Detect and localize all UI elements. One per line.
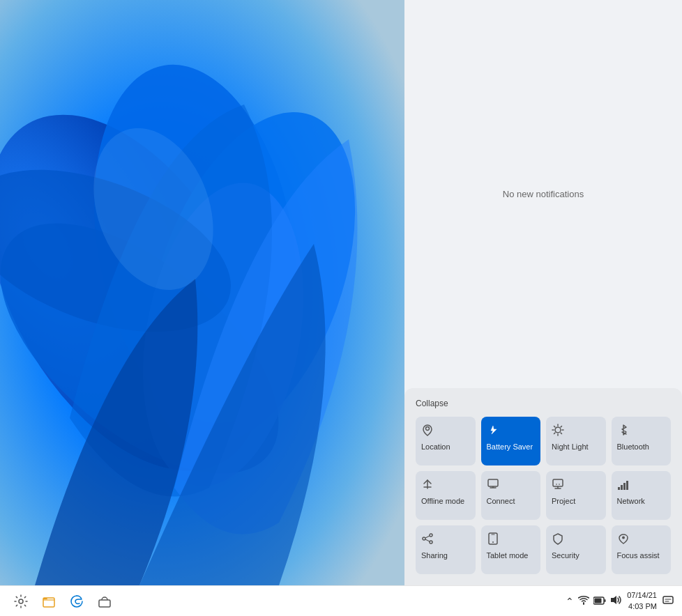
collapse-button[interactable]: Collapse: [416, 399, 448, 408]
svg-line-14: [554, 426, 556, 428]
tile-location[interactable]: Location: [416, 417, 476, 465]
svg-rect-27: [623, 483, 626, 490]
svg-rect-21: [553, 479, 563, 486]
svg-rect-43: [595, 598, 602, 603]
volume-icon[interactable]: [610, 595, 621, 607]
tile-night-light-label: Night Light: [552, 442, 589, 452]
tile-battery-saver-icon: [487, 424, 499, 438]
svg-point-9: [555, 427, 561, 433]
quick-settings-panel: Collapse LocationBattery SaverNight Ligh…: [404, 388, 682, 585]
wifi-icon[interactable]: [578, 595, 589, 607]
taskbar-icons: [8, 589, 117, 614]
battery-icon[interactable]: [593, 596, 606, 607]
tile-battery-saver[interactable]: Battery Saver: [481, 417, 541, 465]
svg-point-8: [426, 427, 430, 431]
tile-offline-mode[interactable]: Offline mode: [416, 471, 476, 520]
tile-connect-label: Connect: [487, 497, 515, 506]
tile-bluetooth[interactable]: Bluetooth: [612, 417, 672, 465]
tile-bluetooth-icon: [617, 424, 630, 438]
tile-focus-assist[interactable]: Focus assist: [612, 525, 672, 574]
tile-project-icon: [552, 478, 564, 493]
tile-focus-assist-icon: [617, 532, 630, 547]
no-notifications-text: No new notifications: [503, 189, 584, 199]
tile-location-label: Location: [421, 442, 450, 452]
taskbar-store-icon[interactable]: [92, 589, 117, 614]
tile-night-light-icon: [552, 424, 564, 438]
tile-sharing-icon: [421, 532, 434, 547]
svg-line-15: [561, 433, 562, 434]
tray-chevron-icon[interactable]: ⌃: [566, 596, 574, 607]
tile-network[interactable]: Network: [612, 471, 672, 520]
svg-rect-26: [621, 485, 623, 490]
tile-security-icon: [552, 532, 564, 547]
svg-point-35: [492, 541, 494, 543]
tile-security[interactable]: Security: [546, 525, 606, 574]
svg-marker-44: [611, 596, 616, 604]
tile-tablet-mode-label: Tablet mode: [487, 551, 529, 560]
quick-tiles-grid: LocationBattery SaverNight LightBluetoot…: [416, 417, 671, 574]
tile-project-label: Project: [552, 497, 575, 506]
taskbar-right: ⌃: [566, 590, 674, 612]
notification-area: No new notifications: [404, 0, 682, 388]
tile-battery-saver-label: Battery Saver: [487, 442, 533, 452]
tile-bluetooth-label: Bluetooth: [617, 442, 649, 452]
clock-date: 07/14/21: [627, 590, 657, 601]
tile-tablet-mode[interactable]: Tablet mode: [481, 525, 541, 574]
svg-rect-42: [605, 599, 606, 602]
tile-offline-mode-icon: [421, 478, 434, 493]
tile-connect-icon: [487, 478, 499, 493]
svg-line-33: [425, 539, 430, 541]
svg-line-32: [425, 536, 430, 538]
tile-location-icon: [421, 424, 434, 438]
tile-sharing-label: Sharing: [421, 551, 448, 560]
tile-tablet-mode-icon: [487, 532, 499, 547]
svg-point-37: [622, 537, 625, 539]
svg-rect-28: [626, 481, 628, 490]
tile-project[interactable]: Project: [546, 471, 606, 520]
taskbar-edge-icon[interactable]: [64, 589, 89, 614]
tile-network-label: Network: [617, 497, 645, 506]
svg-rect-40: [99, 600, 110, 607]
taskbar-settings-icon[interactable]: [8, 589, 33, 614]
svg-line-16: [561, 426, 562, 428]
tile-sharing[interactable]: Sharing: [416, 525, 476, 574]
tile-night-light[interactable]: Night Light: [546, 417, 606, 465]
svg-rect-18: [488, 479, 498, 486]
svg-line-17: [554, 433, 556, 434]
tile-connect[interactable]: Connect: [481, 471, 541, 520]
tile-network-icon: [617, 478, 630, 493]
desktop-wallpaper: [0, 0, 404, 585]
notification-panel: No new notifications Collapse LocationBa…: [404, 0, 682, 585]
svg-point-38: [19, 599, 23, 603]
tile-security-label: Security: [552, 551, 579, 560]
tile-focus-assist-label: Focus assist: [617, 551, 660, 560]
notification-center-icon[interactable]: [662, 594, 674, 608]
system-tray: ⌃: [566, 595, 621, 607]
svg-rect-45: [663, 596, 673, 603]
taskbar: ⌃: [0, 585, 682, 616]
svg-point-29: [430, 534, 432, 537]
tile-offline-mode-label: Offline mode: [421, 497, 464, 506]
svg-point-30: [430, 541, 432, 544]
svg-point-31: [423, 537, 425, 540]
svg-rect-25: [618, 487, 620, 490]
taskbar-file-explorer-icon[interactable]: [36, 589, 61, 614]
clock-time: 4:03 PM: [627, 601, 657, 612]
system-clock[interactable]: 07/14/21 4:03 PM: [627, 590, 657, 612]
